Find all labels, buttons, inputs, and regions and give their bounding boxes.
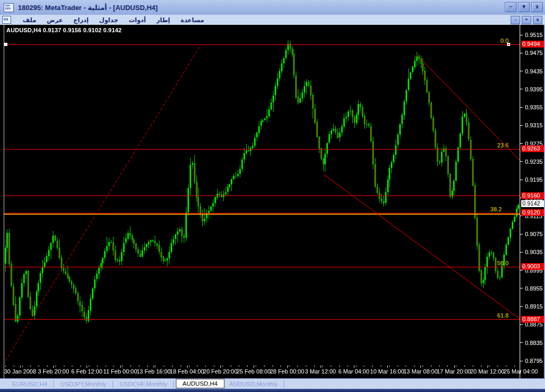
price-tick-mark: [520, 180, 523, 180]
fib-price-badge-38.2: 0.9120: [521, 209, 544, 216]
menu-bar: ملفعرضإدراججداولأدواتإطارمساعدة - + x: [0, 15, 545, 25]
price-tick-label: 0.8955: [525, 285, 543, 292]
menu-item-6[interactable]: مساعدة: [175, 15, 209, 25]
price-tick-mark: [520, 161, 523, 162]
time-tick-label: 25 Mar 04:00: [497, 368, 544, 375]
time-axis[interactable]: 30 Jan 20083 Feb 20:006 Feb 12:0011 Feb …: [0, 366, 545, 378]
price-tick-mark: [520, 107, 523, 108]
price-tick-mark: [520, 342, 523, 343]
price-tick-label: 0.8795: [525, 358, 543, 364]
ohlc-info-line: AUDUSD,H4 0.9137 0.9156 0.9102 0.9142: [6, 27, 121, 33]
tab-separator: │: [111, 381, 115, 387]
window-title: 180295: MetaTrader - أمثلية - [AUDUSD,H4…: [18, 4, 158, 12]
child-minimize-button[interactable]: -: [511, 16, 520, 24]
chart-window-icon[interactable]: [2, 16, 11, 24]
current-price-badge: 0.9142: [521, 200, 544, 207]
price-tick-mark: [520, 288, 523, 288]
chart-tab-bar: EURUSD,H4│USDJPY,Monthly│USDCHF,Monthly│…: [0, 378, 545, 389]
chart-tab-eurusd-h4[interactable]: EURUSD,H4: [7, 380, 52, 388]
price-tick-label: 0.9395: [525, 86, 543, 92]
fib-price-badge-61.8: 0.8887: [521, 316, 544, 323]
menu-item-1[interactable]: عرض: [42, 15, 68, 25]
hline-price-badge: 0.9160: [521, 192, 544, 199]
price-tick-mark: [520, 306, 523, 307]
metatrader-window: 180295: MetaTrader - أمثلية - [AUDUSD,H4…: [0, 0, 545, 392]
menu-item-0[interactable]: ملف: [17, 15, 42, 25]
chart-tab-usdchf-monthly[interactable]: USDCHF,Monthly: [115, 380, 172, 388]
chart-tab-audusd-monthly[interactable]: AUDUSD,Monthly: [224, 380, 283, 388]
price-tick-label: 0.9075: [525, 231, 543, 237]
menu-item-5[interactable]: إطار: [151, 15, 175, 25]
menu-item-2[interactable]: إدراج: [68, 15, 94, 25]
restore-button[interactable]: ▼: [518, 2, 530, 12]
chart-area[interactable]: AUDUSD,H4 0.9137 0.9156 0.9102 0.9142 0.…: [0, 25, 545, 378]
price-tick-mark: [520, 89, 523, 89]
app-icon: [4, 3, 14, 12]
price-tick-mark: [520, 361, 523, 361]
chart-tab-audusd-h4[interactable]: AUDUSD,H4: [176, 379, 224, 388]
title-bar: 180295: MetaTrader - أمثلية - [AUDUSD,H4…: [0, 0, 545, 15]
price-tick-label: 0.9435: [525, 68, 543, 74]
price-tick-label: 0.9515: [525, 32, 543, 38]
menu-item-4[interactable]: أدوات: [124, 15, 152, 25]
chart-tab-usdjpy-monthly[interactable]: USDJPY,Monthly: [55, 380, 111, 388]
price-tick-mark: [520, 53, 523, 53]
candlestick-chart-canvas[interactable]: [4, 25, 520, 378]
price-tick-mark: [520, 125, 523, 126]
price-tick-label: 0.9475: [525, 50, 543, 56]
window-bottom-border: [0, 389, 545, 392]
price-tick-mark: [520, 234, 523, 235]
price-tick-mark: [520, 35, 523, 35]
price-tick-label: 0.9195: [525, 176, 543, 183]
minimize-button[interactable]: –: [505, 2, 516, 12]
price-tick-label: 0.9355: [525, 104, 543, 110]
price-tick-mark: [520, 71, 523, 71]
close-button[interactable]: x: [531, 2, 543, 12]
price-tick-label: 0.8915: [525, 303, 543, 310]
price-axis[interactable]: 0.95150.94750.94350.93950.93550.93150.92…: [520, 25, 544, 378]
price-tick-label: 0.9035: [525, 249, 543, 255]
menu-items: ملفعرضإدراججداولأدواتإطارمساعدة: [17, 15, 209, 25]
price-tick-mark: [520, 252, 523, 253]
fib-price-badge-0.0: 0.9494: [521, 41, 544, 48]
price-tick-label: 0.9235: [525, 158, 543, 165]
tab-separator: │: [172, 381, 176, 387]
price-tick-label: 0.8835: [525, 340, 543, 346]
chart-left-border: [4, 25, 4, 378]
tab-separator: │: [52, 381, 55, 387]
price-tick-mark: [520, 324, 523, 325]
price-tick-mark: [520, 143, 523, 144]
menu-item-3[interactable]: جداول: [94, 15, 124, 25]
fib-price-badge-23.6: 0.9263: [521, 145, 544, 152]
child-close-button[interactable]: x: [533, 16, 542, 24]
child-maximize-button[interactable]: +: [522, 16, 531, 24]
price-tick-label: 0.9315: [525, 122, 543, 128]
fib-price-badge-50.0: 0.9003: [521, 263, 544, 270]
tab-separator: │: [283, 381, 286, 387]
